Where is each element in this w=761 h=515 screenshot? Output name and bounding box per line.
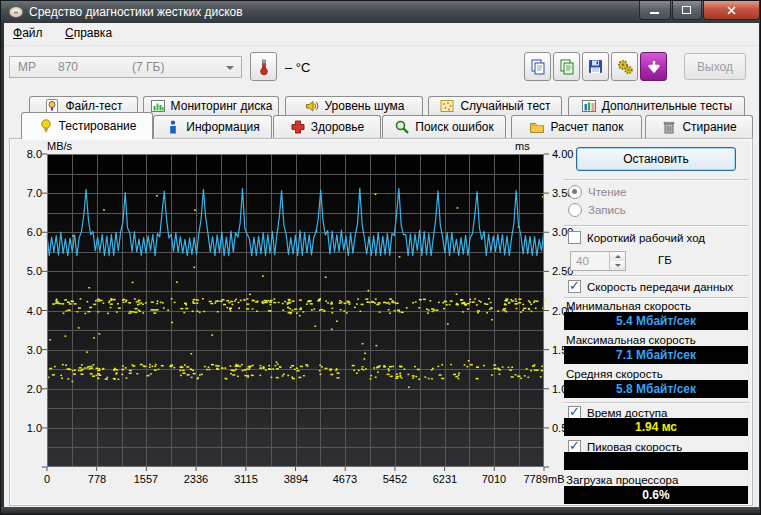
tab-label: Расчет папок <box>550 120 623 134</box>
menu-bar: Файл Справка <box>4 23 759 46</box>
exit-button[interactable]: Выход <box>684 53 746 80</box>
gears-icon <box>616 58 634 76</box>
right-axis-unit: ms <box>515 140 530 152</box>
menu-file[interactable]: Файл <box>4 23 52 43</box>
app-window: Средство диагностики жестких дисков Файл… <box>0 0 761 515</box>
minimize-button[interactable] <box>639 1 671 20</box>
separator <box>564 297 748 299</box>
options-button[interactable] <box>611 52 638 81</box>
window-title: Средство диагностики жестких дисков <box>29 1 243 23</box>
x-tick: 3894 <box>274 473 318 485</box>
read-radio-row[interactable]: Чтение <box>568 185 626 199</box>
tab-random-test[interactable]: Случайный тест <box>428 96 562 115</box>
tab-noise-level[interactable]: Уровень шума <box>285 96 423 115</box>
separator <box>564 225 748 227</box>
tab-info[interactable]: Информация <box>153 115 272 138</box>
tab-label: Случайный тест <box>460 99 550 113</box>
left-tick: 4.0 <box>12 305 42 317</box>
bulb-icon <box>38 118 54 134</box>
x-tick: 5452 <box>373 473 417 485</box>
tab-label: Информация <box>186 120 259 134</box>
left-tick: 8.0 <box>12 148 42 160</box>
separator <box>564 179 748 181</box>
triangle-down-icon <box>615 264 621 267</box>
separator <box>564 402 748 404</box>
read-radio[interactable] <box>568 185 582 199</box>
disk-monitor-chart-icon <box>150 98 166 114</box>
download-results-button[interactable] <box>640 52 667 81</box>
short-stroke-value: 40 <box>576 255 589 267</box>
left-tick: 5.0 <box>12 265 42 277</box>
access-time-value: 1.94 мс <box>564 418 748 436</box>
transfer-rate-label: Скорость передачи данных <box>587 281 733 293</box>
left-tick: 1.0 <box>12 422 42 434</box>
x-tick: 778 <box>75 473 119 485</box>
avg-speed-label: Средняя скорость <box>566 368 663 380</box>
close-button[interactable] <box>703 1 760 20</box>
extra-tests-chart-icon <box>581 98 597 114</box>
temperature-button[interactable] <box>250 52 277 81</box>
maximize-button[interactable] <box>672 1 702 20</box>
thermometer-icon <box>256 58 272 76</box>
access-time-label: Время доступа <box>587 407 667 419</box>
max-speed-value: 7.1 Мбайт/сек <box>564 346 748 364</box>
health-cross-icon <box>290 119 306 135</box>
write-radio-row[interactable]: Запись <box>568 203 626 217</box>
exit-label: Выход <box>697 60 733 74</box>
benchmark-plot <box>42 153 549 472</box>
tab-label: Стирание <box>682 120 736 134</box>
short-stroke-row[interactable]: Короткий рабочий ход <box>568 231 705 244</box>
transfer-rate-checkbox[interactable] <box>568 280 581 293</box>
min-speed-label: Минимальная скорость <box>566 300 691 312</box>
short-stroke-spinner[interactable]: 40 <box>570 251 626 271</box>
left-axis-unit: MB/s <box>47 140 72 152</box>
tab-erase[interactable]: Стирание <box>645 115 753 138</box>
max-speed-label: Максимальная скорость <box>566 334 696 346</box>
tab-label: Здоровье <box>311 120 365 134</box>
info-icon <box>165 119 181 135</box>
avg-speed-value: 5.8 Мбайт/сек <box>564 380 748 398</box>
app-disk-icon <box>8 4 24 20</box>
menu-help[interactable]: Справка <box>56 23 121 43</box>
search-icon <box>394 119 410 135</box>
tab-health[interactable]: Здоровье <box>273 115 381 138</box>
copy-icon <box>529 58 547 76</box>
min-speed-value: 5.4 Мбайт/сек <box>564 312 748 330</box>
tab-label: Поиск ошибок <box>415 120 493 134</box>
x-tick: 7010 <box>472 473 516 485</box>
x-tick: 3115 <box>224 473 268 485</box>
transfer-rate-row[interactable]: Скорость передачи данных <box>568 280 733 293</box>
read-radio-label: Чтение <box>588 186 626 198</box>
tab-label: Уровень шума <box>325 99 405 113</box>
download-arrow-icon <box>646 59 662 75</box>
x-tick: 0 <box>25 473 69 485</box>
cpu-usage-label: Загрузка процессора <box>566 474 678 486</box>
stop-button-label: Остановить <box>623 152 689 166</box>
spinner-down-button[interactable] <box>610 261 625 270</box>
random-dots-icon <box>439 98 455 114</box>
tab-benchmark[interactable]: Тестирование <box>21 112 153 139</box>
left-tick: 2.0 <box>12 383 42 395</box>
short-stroke-unit: ГБ <box>658 254 672 266</box>
copy-color-icon <box>558 58 576 76</box>
save-button[interactable] <box>582 52 609 81</box>
tab-folder-usage[interactable]: Расчет папок <box>511 115 642 138</box>
tab-error-scan[interactable]: Поиск ошибок <box>382 115 506 138</box>
drive-size: (7 ГБ) <box>132 60 164 74</box>
stop-button[interactable]: Остановить <box>576 147 736 171</box>
tab-disk-monitor[interactable]: Мониторинг диска <box>143 96 279 115</box>
copy-image-button[interactable] <box>553 52 580 81</box>
short-stroke-checkbox[interactable] <box>568 231 581 244</box>
speaker-icon <box>304 98 320 114</box>
tab-extra-tests[interactable]: Дополнительные тесты <box>568 96 745 115</box>
left-tick: 7.0 <box>12 187 42 199</box>
x-tick: 2336 <box>174 473 218 485</box>
copy-button[interactable] <box>524 52 551 81</box>
title-bar: Средство диагностики жестких дисков <box>1 1 760 23</box>
drive-select[interactable]: MP 870 (7 ГБ) <box>9 56 242 78</box>
benchmark-panel: MB/s ms 8.0 7.0 6.0 5.0 4.0 3.0 2.0 1.0 … <box>9 138 753 506</box>
tab-label: Дополнительные тесты <box>602 99 732 113</box>
client-area: Файл Справка MP 870 (7 ГБ) – °C <box>4 23 759 509</box>
folder-icon <box>529 119 545 135</box>
write-radio[interactable] <box>568 203 582 217</box>
